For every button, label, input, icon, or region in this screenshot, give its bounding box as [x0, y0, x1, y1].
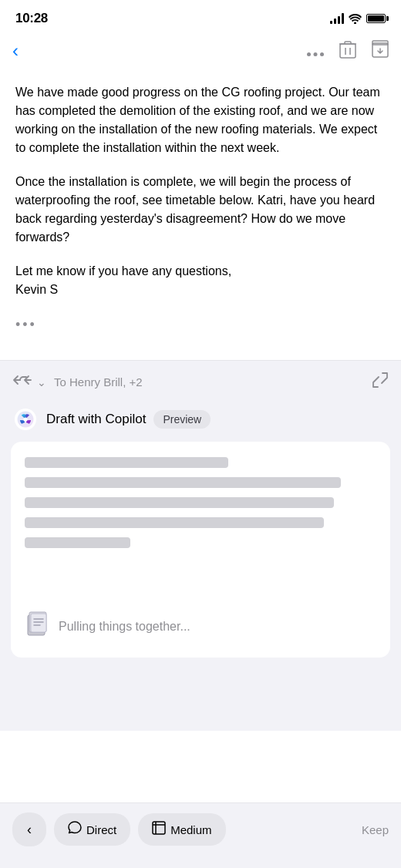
reply-area: ⌄ To Henry Brill, +2 [0, 361, 401, 731]
bottom-toolbar: ‹ Direct Medium Keep [0, 802, 401, 868]
nav-actions [307, 40, 389, 62]
draft-line-3 [25, 497, 334, 508]
status-time: 10:28 [15, 11, 48, 26]
svg-rect-13 [31, 614, 46, 632]
draft-lines [25, 457, 376, 548]
pulling-icon [25, 611, 51, 642]
svg-point-1 [314, 52, 318, 56]
pulling-text: Pulling things together... [59, 620, 190, 634]
svg-point-2 [320, 52, 324, 56]
more-button[interactable] [307, 42, 324, 60]
medium-label: Medium [170, 823, 211, 836]
email-ellipsis: ••• [15, 315, 386, 345]
nav-bar: ‹ [0, 31, 401, 71]
reply-header: ⌄ To Henry Brill, +2 [0, 361, 401, 400]
svg-rect-17 [153, 822, 165, 834]
email-paragraph-2: Once the installation is complete, we wi… [15, 173, 386, 247]
svg-point-10 [23, 417, 27, 421]
back-button[interactable]: ‹ [9, 37, 25, 65]
status-icons [330, 13, 386, 24]
svg-rect-3 [340, 44, 356, 58]
expand-button[interactable] [372, 372, 389, 392]
direct-icon [68, 821, 82, 838]
status-bar: 10:28 [0, 0, 401, 31]
pulling-row: Pulling things together... [25, 580, 376, 642]
battery-icon [366, 14, 386, 23]
email-body: We have made good progress on the CG roo… [0, 71, 401, 360]
medium-icon [152, 821, 166, 838]
reply-header-left: ⌄ To Henry Brill, +2 [12, 373, 143, 391]
toolbar-back-button[interactable]: ‹ [12, 812, 46, 846]
reply-icon[interactable] [12, 373, 34, 391]
draft-line-2 [25, 477, 341, 488]
direct-label: Direct [86, 823, 116, 836]
copilot-label: Draft with Copilot [46, 412, 146, 427]
keep-button[interactable]: Keep [362, 823, 389, 836]
reply-to-text: To Henry Brill, +2 [54, 375, 143, 389]
email-paragraph-3: Let me know if you have any questions, K… [15, 262, 386, 299]
direct-button[interactable]: Direct [54, 813, 130, 846]
copilot-row: Draft with Copilot Preview [0, 400, 401, 442]
copilot-logo [12, 406, 39, 432]
signal-icon [330, 13, 344, 24]
archive-button[interactable] [372, 40, 389, 62]
preview-badge[interactable]: Preview [153, 410, 211, 429]
draft-card: Pulling things together... [11, 442, 390, 658]
svg-point-0 [307, 52, 311, 56]
email-paragraph-1: We have made good progress on the CG roo… [15, 83, 386, 157]
wifi-icon [349, 14, 362, 24]
nav-left: ‹ [9, 37, 25, 65]
delete-button[interactable] [339, 40, 356, 62]
draft-line-1 [25, 457, 228, 468]
draft-line-4 [25, 517, 324, 528]
medium-button[interactable]: Medium [138, 813, 225, 846]
reply-chevron-icon[interactable]: ⌄ [37, 376, 46, 389]
draft-line-5 [25, 537, 130, 548]
